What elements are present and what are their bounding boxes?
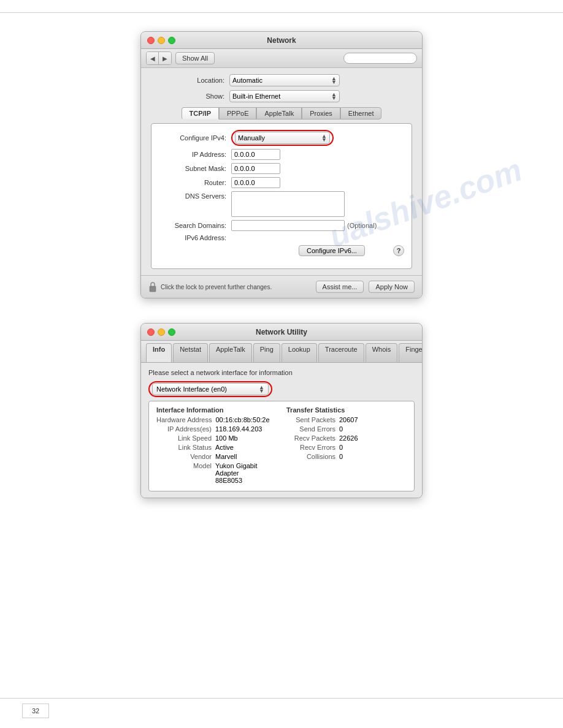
ipv6-address-label: IPv6 Address: bbox=[159, 234, 226, 241]
router-row: Router: bbox=[159, 177, 404, 188]
location-label: Location: bbox=[151, 77, 224, 84]
nu-tab-lookup[interactable]: Lookup bbox=[282, 343, 317, 362]
traffic-lights bbox=[147, 37, 175, 44]
recv-packets-value: 22626 bbox=[339, 434, 358, 442]
network-utility-window: Network Utility Info Netstat AppleTalk P… bbox=[140, 323, 423, 498]
transfer-stats-title: Transfer Statistics bbox=[286, 406, 407, 414]
send-errors-row: Send Errors 0 bbox=[286, 425, 407, 433]
forward-button[interactable]: ▶ bbox=[159, 52, 171, 64]
sent-packets-row: Sent Packets 20607 bbox=[286, 416, 407, 423]
apply-now-button[interactable]: Apply Now bbox=[369, 281, 415, 293]
minimize-button[interactable] bbox=[158, 37, 165, 44]
sent-packets-value: 20607 bbox=[339, 416, 358, 423]
location-value: Automatic bbox=[232, 77, 262, 84]
nu-close-button[interactable] bbox=[147, 328, 155, 336]
assist-me-button[interactable]: Assist me... bbox=[316, 281, 364, 293]
page: ualshive.com Network ◀ ▶ Show All L bbox=[0, 0, 563, 728]
subnet-mask-label: Subnet Mask: bbox=[159, 165, 226, 172]
nu-tab-appletalk[interactable]: AppleTalk bbox=[209, 343, 252, 362]
show-label: Show: bbox=[151, 93, 224, 100]
search-domains-input[interactable] bbox=[231, 220, 345, 231]
send-errors-label: Send Errors bbox=[286, 425, 335, 433]
tab-appletalk[interactable]: AppleTalk bbox=[256, 107, 302, 119]
ip-address-label: IP Address: bbox=[159, 151, 226, 158]
interface-info-title: Interface Information bbox=[156, 406, 277, 414]
interface-label: Network Interface (en0) bbox=[156, 385, 227, 393]
nu-tab-netstat[interactable]: Netstat bbox=[173, 343, 208, 362]
ip-address-info-row: IP Address(es) 118.169.44.203 bbox=[156, 425, 277, 433]
lock-area: Click the lock to prevent further change… bbox=[148, 281, 311, 292]
model-value: Yukon Gigabit Adapter88E8053 bbox=[215, 462, 277, 484]
recv-errors-row: Recv Errors 0 bbox=[286, 444, 407, 451]
tab-proxies[interactable]: Proxies bbox=[302, 107, 340, 119]
nu-tab-bar: Info Netstat AppleTalk Ping Lookup Trace… bbox=[141, 341, 422, 363]
dns-servers-input[interactable] bbox=[231, 191, 345, 217]
search-input[interactable] bbox=[343, 53, 417, 64]
configure-ipv6-button[interactable]: Configure IPv6... bbox=[299, 245, 365, 256]
svg-rect-0 bbox=[150, 286, 156, 292]
dns-servers-label: DNS Servers: bbox=[159, 192, 226, 200]
collisions-value: 0 bbox=[339, 453, 343, 460]
show-select[interactable]: Built-in Ethernet ▲▼ bbox=[229, 90, 340, 102]
nu-tab-ping[interactable]: Ping bbox=[253, 343, 280, 362]
tab-tcpip[interactable]: TCP/IP bbox=[182, 107, 219, 119]
vendor-label: Vendor bbox=[156, 453, 212, 460]
transfer-stats-section: Transfer Statistics Sent Packets 20607 S… bbox=[286, 406, 407, 486]
help-button[interactable]: ? bbox=[393, 245, 404, 256]
location-row: Location: Automatic ▲▼ bbox=[151, 74, 412, 86]
interface-select[interactable]: Network Interface (en0) ▲▼ bbox=[152, 383, 269, 395]
ip-address-input[interactable] bbox=[231, 149, 280, 160]
router-input[interactable] bbox=[231, 177, 280, 188]
nu-window-titlebar: Network Utility bbox=[141, 324, 422, 341]
hardware-address-row: Hardware Address 00:16:cb:8b:50:2e bbox=[156, 416, 277, 423]
location-select[interactable]: Automatic ▲▼ bbox=[229, 74, 340, 86]
interface-select-highlight: Network Interface (en0) ▲▼ bbox=[148, 381, 272, 397]
router-label: Router: bbox=[159, 179, 226, 186]
show-all-button[interactable]: Show All bbox=[175, 52, 215, 64]
window-titlebar: Network bbox=[141, 32, 422, 49]
nu-tab-info[interactable]: Info bbox=[146, 343, 172, 362]
nu-zoom-button[interactable] bbox=[168, 328, 175, 336]
interface-arrow-icon: ▲▼ bbox=[259, 385, 264, 393]
tab-pppoe[interactable]: PPPoE bbox=[219, 107, 256, 119]
nav-arrows: ◀ ▶ bbox=[146, 51, 172, 65]
tab-ethernet[interactable]: Ethernet bbox=[340, 107, 382, 119]
model-row: Model Yukon Gigabit Adapter88E8053 bbox=[156, 462, 277, 484]
nu-select-row: Please select a network interface for in… bbox=[148, 369, 415, 397]
link-speed-label: Link Speed bbox=[156, 434, 212, 442]
configure-ipv6-row: Configure IPv6... ? bbox=[159, 245, 404, 256]
nu-traffic-lights bbox=[147, 328, 175, 336]
back-button[interactable]: ◀ bbox=[147, 52, 159, 64]
nu-minimize-button[interactable] bbox=[158, 328, 165, 336]
toolbar: ◀ ▶ Show All bbox=[141, 49, 422, 68]
configure-ipv4-arrow-icon: ▲▼ bbox=[321, 134, 327, 142]
subnet-mask-row: Subnet Mask: bbox=[159, 163, 404, 174]
lock-icon bbox=[148, 281, 157, 292]
nu-tab-whois[interactable]: Whois bbox=[366, 343, 398, 362]
vendor-row: Vendor Marvell bbox=[156, 453, 277, 460]
close-button[interactable] bbox=[147, 37, 155, 44]
configure-ipv4-value: Manually bbox=[238, 134, 265, 142]
nu-window-title: Network Utility bbox=[256, 328, 307, 336]
interface-info-section: Interface Information Hardware Address 0… bbox=[156, 406, 277, 486]
bottom-bar: Click the lock to prevent further change… bbox=[141, 275, 422, 298]
recv-packets-row: Recv Packets 22626 bbox=[286, 434, 407, 442]
show-arrow-icon: ▲▼ bbox=[331, 93, 337, 100]
hardware-address-value: 00:16:cb:8b:50:2e bbox=[216, 416, 270, 423]
nu-tab-traceroute[interactable]: Traceroute bbox=[318, 343, 364, 362]
nu-select-prompt: Please select a network interface for in… bbox=[148, 369, 415, 376]
configure-ipv4-select[interactable]: Manually ▲▼ bbox=[235, 132, 330, 144]
model-label: Model bbox=[156, 462, 212, 469]
network-window: Network ◀ ▶ Show All Location: Automatic… bbox=[140, 31, 423, 298]
lock-text: Click the lock to prevent further change… bbox=[161, 284, 272, 290]
zoom-button[interactable] bbox=[168, 37, 175, 44]
link-speed-row: Link Speed 100 Mb bbox=[156, 434, 277, 442]
configure-ipv4-row: Configure IPv4: Manually ▲▼ bbox=[159, 130, 404, 146]
nu-tab-finger[interactable]: Finger bbox=[399, 343, 423, 362]
page-number: 32 bbox=[22, 703, 49, 718]
configure-ipv4-wrapper: Manually ▲▼ bbox=[231, 130, 334, 146]
configure-ipv4-label: Configure IPv4: bbox=[159, 134, 226, 142]
ip-address-info-value: 118.169.44.203 bbox=[215, 425, 262, 433]
search-domains-label: Search Domains: bbox=[159, 222, 226, 229]
subnet-mask-input[interactable] bbox=[231, 163, 280, 174]
